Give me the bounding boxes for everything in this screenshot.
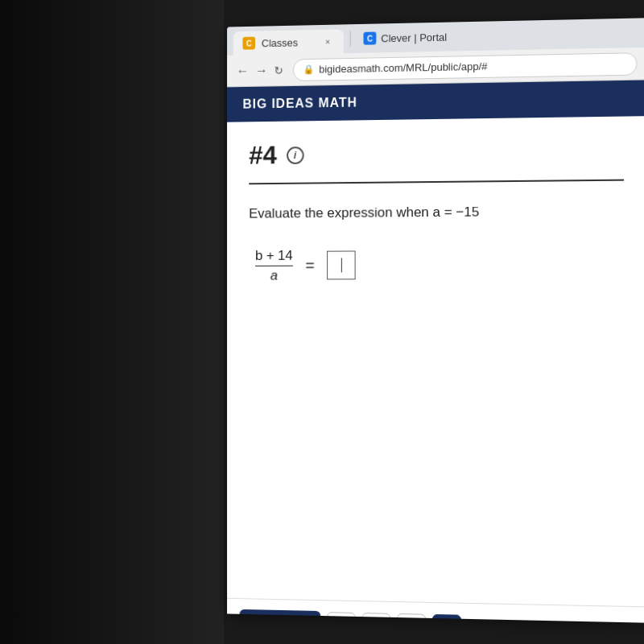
- page-button-3[interactable]: 3: [398, 613, 427, 623]
- main-content: #4 i Evaluate the expression when a = −1…: [227, 116, 644, 623]
- site-title: BIG IDEAS MATH: [242, 96, 357, 112]
- clever-tab[interactable]: C Clever | Portal: [357, 27, 454, 47]
- text-cursor: [341, 258, 342, 273]
- browser-content: #4 i Evaluate the expression when a = −1…: [227, 116, 644, 623]
- clever-tab-icon: C: [364, 32, 377, 45]
- url-bar[interactable]: 🔒 bigideasmath.com/MRL/public/app/#: [293, 52, 638, 81]
- clever-tab-label: Clever | Portal: [381, 31, 447, 44]
- question-number: #4: [249, 141, 277, 171]
- question-header: #4 i: [249, 136, 624, 171]
- forward-button[interactable]: →: [255, 63, 268, 77]
- browser-window: C Classes × C Clever | Portal ← → ↻ 🔒 bi…: [227, 18, 644, 622]
- site-header: BIG IDEAS MATH: [227, 80, 644, 122]
- back-button[interactable]: ←: [237, 64, 250, 78]
- math-expression: b + 14 a =: [255, 246, 624, 283]
- info-icon[interactable]: i: [287, 147, 304, 164]
- classes-tab-label: Classes: [262, 36, 298, 49]
- page-number-5[interactable]: 5: [473, 622, 479, 623]
- page-button-4[interactable]: 4: [432, 613, 461, 622]
- tab-close-button[interactable]: ×: [321, 35, 334, 48]
- page-button-1[interactable]: 1: [327, 612, 355, 623]
- tab-separator: [350, 31, 351, 47]
- page-button-2[interactable]: 2: [362, 613, 391, 623]
- denominator: a: [270, 266, 278, 284]
- classes-tab-icon: C: [242, 37, 255, 50]
- classes-tab[interactable]: C Classes ×: [233, 29, 344, 55]
- numerator: b + 14: [255, 247, 293, 265]
- nav-buttons: ← → ↻: [237, 63, 283, 78]
- answer-input-box[interactable]: [328, 251, 356, 280]
- question-divider: [249, 180, 624, 185]
- url-text: bigideasmath.com/MRL/public/app/#: [319, 60, 487, 76]
- lock-icon: 🔒: [303, 64, 315, 75]
- refresh-button[interactable]: ↻: [274, 64, 283, 76]
- laptop-bezel-left: [0, 0, 224, 644]
- fraction: b + 14 a: [255, 247, 293, 283]
- previous-button[interactable]: Previous: [240, 609, 321, 623]
- question-text: Evaluate the expression when a = −15: [249, 200, 624, 224]
- equals-sign: =: [305, 256, 314, 275]
